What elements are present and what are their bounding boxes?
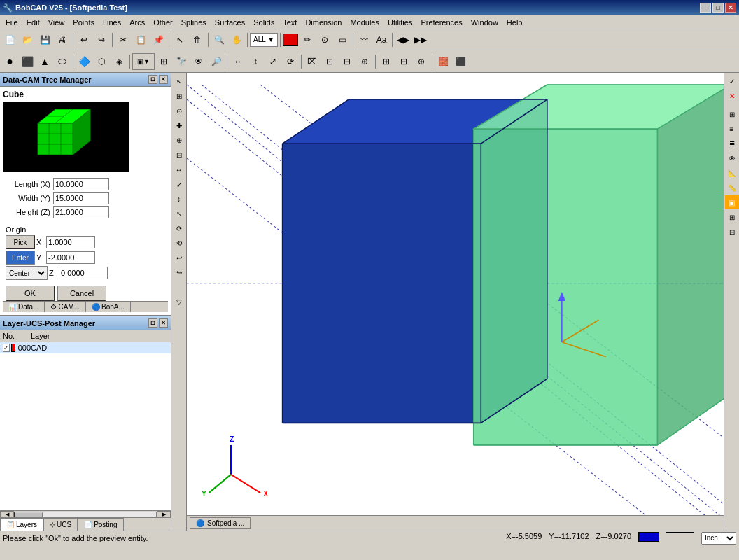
- select-all-dropdown[interactable]: ALL ▼: [250, 33, 278, 47]
- arrow-btn-2[interactable]: ▶▶: [412, 31, 429, 48]
- shape-circle[interactable]: ●: [1, 53, 18, 70]
- menu-edit[interactable]: Edit: [22, 17, 44, 28]
- rt-btn-4[interactable]: ≡: [725, 122, 739, 136]
- menu-modules[interactable]: Modules: [346, 17, 383, 28]
- vt-btn-5[interactable]: ⊕: [172, 133, 186, 147]
- hscroll-right[interactable]: ▶: [157, 511, 171, 518]
- vt-btn-12[interactable]: ⟲: [172, 236, 186, 250]
- circle-btn[interactable]: ⊙: [316, 31, 333, 48]
- height-input[interactable]: [53, 206, 109, 218]
- maximize-button[interactable]: □: [712, 3, 724, 13]
- rt-btn-9[interactable]: ▣: [725, 195, 739, 209]
- delete-button[interactable]: 🗑: [189, 31, 206, 48]
- enter-button[interactable]: Enter: [6, 251, 35, 265]
- zoom-button[interactable]: 🔍: [211, 31, 227, 48]
- close-button[interactable]: ✕: [725, 3, 736, 13]
- rt-btn-8[interactable]: 📏: [725, 181, 739, 195]
- modify-btn1[interactable]: ⌧: [304, 53, 321, 70]
- layer-close-btn[interactable]: ✕: [159, 318, 168, 328]
- x-coord-input[interactable]: [46, 236, 95, 248]
- vt-btn-7[interactable]: ↔: [172, 162, 186, 176]
- pan-button[interactable]: ✋: [228, 31, 245, 48]
- rt-btn-3[interactable]: ⊞: [725, 107, 739, 121]
- menu-points[interactable]: Points: [69, 17, 99, 28]
- curve-btn[interactable]: 〰: [356, 31, 372, 48]
- layer-row-0[interactable]: ✓ 000 CAD: [0, 342, 171, 354]
- layer-checkbox-0[interactable]: ✓: [3, 344, 10, 352]
- redo-button[interactable]: ↪: [93, 31, 110, 48]
- vt-btn-14[interactable]: ↪: [172, 265, 186, 279]
- ok-button[interactable]: OK: [6, 286, 55, 301]
- cancel-button[interactable]: Cancel: [57, 286, 106, 301]
- tab-boba[interactable]: 🔵 BobA...: [86, 302, 131, 312]
- y-coord-input[interactable]: [46, 251, 95, 264]
- panel-close-btn[interactable]: ✕: [159, 75, 168, 84]
- vt-btn-8[interactable]: ⤢: [172, 177, 186, 191]
- menu-utilities[interactable]: Utilities: [383, 17, 416, 28]
- view-btn4[interactable]: 🔎: [208, 53, 225, 70]
- menu-preferences[interactable]: Preferences: [416, 17, 466, 28]
- vt-btn-9[interactable]: ↕: [172, 192, 186, 206]
- color-btn[interactable]: [283, 34, 298, 46]
- menu-dimension[interactable]: Dimension: [301, 17, 346, 28]
- rt-btn-6[interactable]: 👁: [725, 151, 739, 165]
- more-btn2[interactable]: ⊟: [395, 53, 412, 70]
- solid-btn2[interactable]: ⬛: [452, 53, 469, 70]
- center-select[interactable]: Center Corner: [6, 266, 48, 280]
- menu-other[interactable]: Other: [149, 17, 177, 28]
- transform-btn2[interactable]: ↕: [247, 53, 264, 70]
- menu-view[interactable]: View: [44, 17, 69, 28]
- view-btn2[interactable]: 🔭: [173, 53, 190, 70]
- shape-triangle[interactable]: ▲: [36, 53, 53, 70]
- hscroll-left[interactable]: ◀: [0, 511, 14, 518]
- shape-cylinder[interactable]: ⬭: [54, 53, 71, 70]
- select-button[interactable]: ↖: [171, 31, 188, 48]
- menu-lines[interactable]: Lines: [99, 17, 125, 28]
- transform-btn3[interactable]: ⤢: [265, 53, 281, 70]
- minimize-button[interactable]: ─: [700, 3, 711, 13]
- ucs-tab[interactable]: ⊹ UCS: [43, 518, 78, 531]
- unit-selector[interactable]: Inch mm: [701, 532, 736, 545]
- save-button[interactable]: 💾: [36, 31, 53, 48]
- viewport[interactable]: Z X Y 🔵 Softpedia ...: [187, 73, 724, 531]
- view-btn1[interactable]: ⊞: [155, 53, 172, 70]
- pick-button[interactable]: Pick: [6, 235, 35, 249]
- tab-data[interactable]: 📊 Data...: [3, 302, 45, 312]
- vt-btn-4[interactable]: ✚: [172, 118, 186, 132]
- transform-btn1[interactable]: ↔: [230, 53, 246, 70]
- rt-btn-10[interactable]: ⊞: [725, 210, 739, 224]
- width-input[interactable]: [53, 192, 109, 204]
- transform-btn4[interactable]: ⟳: [282, 53, 299, 70]
- print-button[interactable]: 🖨: [54, 31, 71, 48]
- open-button[interactable]: 📂: [19, 31, 36, 48]
- layer-undock-btn[interactable]: ⊡: [148, 318, 157, 328]
- arrow-btn-1[interactable]: ◀▶: [395, 31, 411, 48]
- menu-surfaces[interactable]: Surfaces: [211, 17, 249, 28]
- shape-3d3[interactable]: ◈: [111, 53, 127, 70]
- vt-btn-15[interactable]: ▽: [172, 295, 186, 309]
- modify-btn2[interactable]: ⊡: [321, 53, 338, 70]
- viewport-tab[interactable]: 🔵 Softpedia ...: [190, 517, 251, 529]
- menu-arcs[interactable]: Arcs: [125, 17, 149, 28]
- solid-btn1[interactable]: 🧱: [435, 53, 451, 70]
- length-input[interactable]: [53, 178, 109, 190]
- copy-button[interactable]: 📋: [132, 31, 149, 48]
- z-coord-input[interactable]: [59, 267, 108, 279]
- rt-btn-5[interactable]: ≣: [725, 136, 739, 150]
- paste-button[interactable]: 📌: [150, 31, 167, 48]
- vt-btn-1[interactable]: ↖: [172, 74, 186, 88]
- vt-btn-10[interactable]: ⤡: [172, 206, 186, 220]
- shape-box[interactable]: ⬛: [19, 53, 36, 70]
- vt-btn-6[interactable]: ⊟: [172, 148, 186, 162]
- vt-btn-2[interactable]: ⊞: [172, 89, 186, 103]
- rect-btn[interactable]: ▭: [334, 31, 351, 48]
- posting-tab[interactable]: 📄 Posting: [78, 518, 123, 531]
- vt-btn-13[interactable]: ↩: [172, 251, 186, 265]
- undo-button[interactable]: ↩: [76, 31, 92, 48]
- modify-btn3[interactable]: ⊟: [339, 53, 356, 70]
- hscroll-thumb[interactable]: [15, 512, 43, 518]
- shape-3d2[interactable]: ⬡: [93, 53, 110, 70]
- rt-btn-1[interactable]: ✓: [725, 74, 739, 88]
- menu-solids[interactable]: Solids: [249, 17, 279, 28]
- tab-cam[interactable]: ⚙ CAM...: [45, 302, 86, 312]
